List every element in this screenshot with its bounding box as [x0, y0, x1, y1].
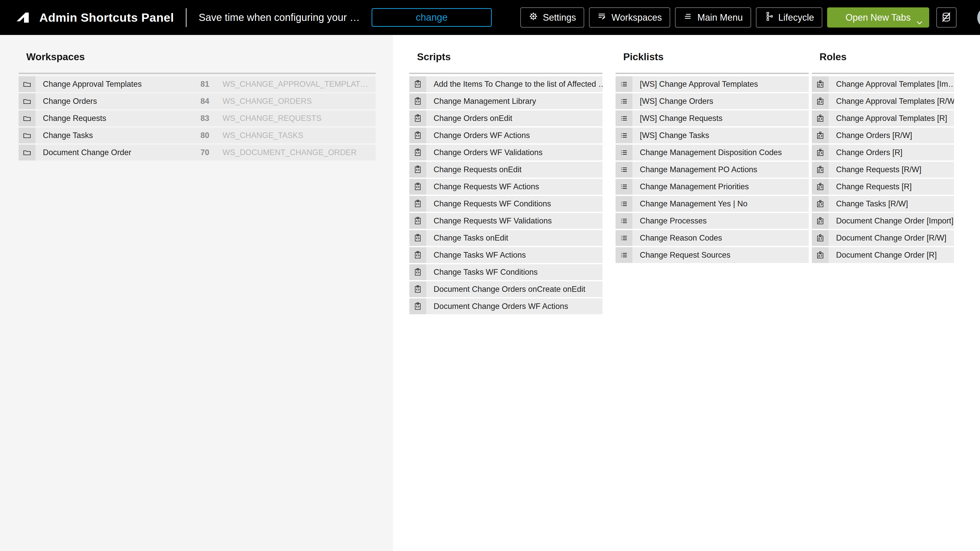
header-subtitle: Save time when configuring your …	[199, 12, 360, 23]
list-item[interactable]: Change Orders [R/W]	[812, 127, 954, 143]
item-label: Change Management Yes | No	[640, 199, 748, 208]
list-item[interactable]: Change Requests83WS_CHANGE_REQUESTS	[19, 110, 375, 126]
item-label: Document Change Order [R/W]	[836, 233, 946, 243]
list-item[interactable]: Change Tasks WF Conditions	[409, 264, 603, 280]
workspace-name: Change Tasks	[43, 131, 191, 140]
scripts-column-title: Scripts	[417, 51, 603, 62]
list-item[interactable]: [WS] Change Tasks	[616, 127, 809, 143]
list-item[interactable]: Change Approval Templates81WS_CHANGE_APP…	[19, 76, 375, 92]
roles-column: Roles Change Approval Templates [Im…Chan…	[812, 35, 954, 264]
lifecycle-button[interactable]: Lifecycle	[756, 7, 822, 27]
workspace-name: Document Change Order	[43, 148, 191, 157]
scripts-column: Scripts Add the Items To Change to the l…	[409, 35, 603, 316]
picklists-column: Picklists [WS] Change Approval Templates…	[616, 35, 809, 264]
list-item[interactable]: Document Change Order [Import]	[812, 213, 954, 229]
list-icon	[616, 110, 632, 126]
search-input[interactable]	[372, 8, 492, 27]
item-label: Change Management Library	[434, 97, 536, 106]
list-item[interactable]: Change Orders WF Validations	[409, 144, 603, 160]
workspaces-edit-icon	[597, 11, 607, 24]
list-item[interactable]: Change Reason Codes	[616, 230, 809, 246]
list-item[interactable]: Document Change Order [R/W]	[812, 230, 954, 246]
item-label: [WS] Change Orders	[640, 97, 713, 106]
open-new-tabs-button[interactable]: Open New Tabs	[827, 7, 929, 27]
workspace-name: Change Orders	[43, 97, 191, 106]
list-icon	[616, 144, 632, 160]
list-item[interactable]: Change Management Yes | No	[616, 196, 809, 212]
list-item[interactable]: [WS] Change Requests	[616, 110, 809, 126]
list-item[interactable]: Document Change Orders WF Actions	[409, 299, 603, 314]
item-label: Change Tasks WF Actions	[434, 251, 526, 260]
list-icon	[616, 179, 632, 195]
list-item[interactable]: Change Request Sources	[616, 247, 809, 263]
list-icon	[616, 162, 632, 178]
list-item[interactable]: Change Management Priorities	[616, 179, 809, 195]
workspaces-button[interactable]: Workspaces	[589, 7, 670, 27]
list-item[interactable]: Document Change Order [R]	[812, 247, 954, 263]
list-item[interactable]: Change Approval Templates [R/W]	[812, 94, 954, 109]
list-item[interactable]: Change Tasks WF Actions	[409, 247, 603, 263]
list-item[interactable]: Change Orders [R]	[812, 144, 954, 160]
item-label: Change Orders [R/W]	[836, 131, 912, 140]
list-item[interactable]: Change Tasks [R/W]	[812, 196, 954, 212]
list-icon	[616, 76, 632, 92]
list-item[interactable]: Change Requests [R]	[812, 179, 954, 195]
list-item[interactable]: Change Management Disposition Codes	[616, 144, 809, 160]
list-icon	[616, 213, 632, 229]
folder-icon	[19, 127, 35, 143]
item-label: Change Approval Templates [R/W]	[836, 97, 954, 106]
list-item[interactable]: Change Requests WF Actions	[409, 179, 603, 195]
badge-icon	[812, 110, 829, 126]
list-item[interactable]: Change Requests [R/W]	[812, 162, 954, 178]
list-item[interactable]: Change Management Library	[409, 94, 603, 109]
workspace-code: WS_CHANGE_ORDERS	[223, 97, 312, 106]
item-label: Change Requests WF Actions	[434, 182, 539, 191]
lifecycle-button-label: Lifecycle	[778, 12, 814, 23]
list-item[interactable]: Change Approval Templates [R]	[812, 110, 954, 126]
list-icon	[616, 127, 632, 143]
list-icon	[616, 196, 632, 212]
main-menu-button[interactable]: Main Menu	[675, 7, 751, 27]
list-item[interactable]: Change Orders84WS_CHANGE_ORDERS	[19, 94, 375, 109]
workspace-code: WS_CHANGE_REQUESTS	[223, 114, 321, 123]
list-item[interactable]: Change Requests WF Conditions	[409, 196, 603, 212]
script-icon	[409, 127, 426, 143]
item-label: [WS] Change Requests	[640, 114, 722, 123]
badge-icon	[812, 179, 829, 195]
script-icon	[409, 179, 426, 195]
list-item[interactable]: Change Orders WF Actions	[409, 127, 603, 143]
list-item[interactable]: Change Processes	[616, 213, 809, 229]
badge-icon	[812, 94, 829, 109]
script-icon	[409, 110, 426, 126]
page-title: Admin Shortcuts Panel	[39, 11, 174, 24]
list-item[interactable]: Document Change Order70WS_DOCUMENT_CHANG…	[19, 144, 375, 160]
list-item[interactable]: Change Approval Templates [Im…	[812, 76, 954, 92]
settings-button[interactable]: Settings	[520, 7, 584, 27]
workspace-code: WS_CHANGE_TASKS	[223, 131, 303, 140]
list-item[interactable]: [WS] Change Orders	[616, 94, 809, 109]
list-item[interactable]: Document Change Orders onCreate onEdit	[409, 281, 603, 297]
user-avatar[interactable]	[977, 7, 980, 28]
list-item[interactable]: [WS] Change Approval Templates	[616, 76, 809, 92]
workspace-name: Change Requests	[43, 114, 191, 123]
list-item[interactable]: Add the Items To Change to the list of A…	[409, 76, 603, 92]
script-icon	[409, 213, 426, 229]
brand-logo	[16, 10, 31, 25]
item-label: Change Tasks WF Conditions	[434, 268, 538, 277]
item-label: Document Change Orders WF Actions	[434, 302, 568, 311]
list-item[interactable]: Change Requests WF Validations	[409, 213, 603, 229]
app-header: Admin Shortcuts Panel Save time when con…	[0, 0, 980, 35]
list-item[interactable]: Change Tasks80WS_CHANGE_TASKS	[19, 127, 375, 143]
item-label: Document Change Orders onCreate onEdit	[434, 285, 585, 294]
list-item[interactable]: Change Tasks onEdit	[409, 230, 603, 246]
database-off-button[interactable]	[936, 7, 956, 27]
script-icon	[409, 230, 426, 246]
item-label: Change Tasks [R/W]	[836, 199, 908, 208]
list-item[interactable]: Change Orders onEdit	[409, 110, 603, 126]
list-item[interactable]: Change Management PO Actions	[616, 162, 809, 178]
column-divider	[19, 73, 375, 74]
list-item[interactable]: Change Requests onEdit	[409, 162, 603, 178]
item-label: Document Change Order [R]	[836, 251, 937, 260]
item-label: Change Requests onEdit	[434, 165, 522, 174]
chevron-down-icon[interactable]	[916, 16, 923, 27]
